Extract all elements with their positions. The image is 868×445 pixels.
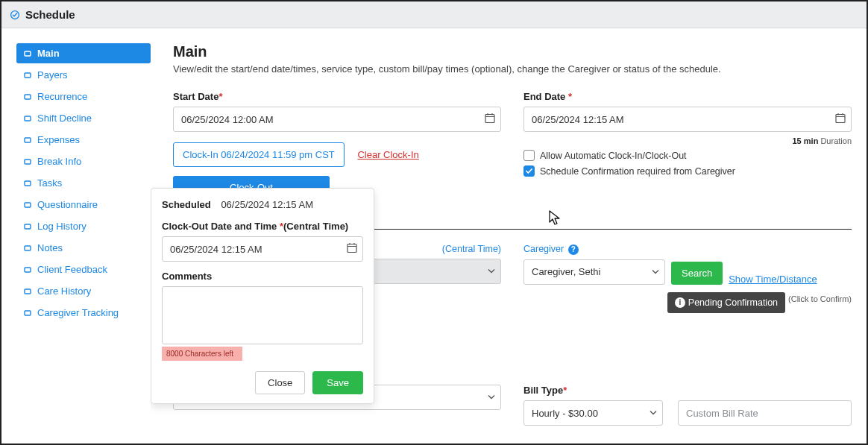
sidebar-item-label: Expenses	[37, 134, 80, 145]
page-subtitle: View/edit the start/end date/times, serv…	[173, 63, 852, 75]
caregiver-label: Caregiver	[523, 244, 564, 254]
checkbox-checked-icon[interactable]	[523, 165, 535, 177]
sidebar-item-tasks[interactable]: Tasks	[16, 173, 151, 193]
sched-confirm-checkbox-row[interactable]: Schedule Confirmation required from Care…	[523, 165, 852, 177]
schedule-header-icon	[9, 9, 21, 21]
sidebar-bullet-icon	[24, 201, 31, 209]
app-frame: Schedule Main Payers Recurrence Shift De…	[0, 0, 868, 445]
comments-textarea[interactable]	[162, 286, 363, 344]
auto-clock-label: Allow Automatic Clock-In/Clock-Out	[540, 151, 687, 161]
sidebar-item-label: Tasks	[37, 177, 62, 189]
svg-rect-12	[25, 289, 31, 294]
svg-rect-1	[25, 51, 31, 56]
popover-close-button[interactable]: Close	[255, 371, 305, 394]
svg-rect-22	[347, 244, 356, 253]
svg-rect-14	[485, 115, 494, 123]
sidebar-item-payers[interactable]: Payers	[16, 65, 151, 85]
main-panel: Main View/edit the start/end date/times,…	[151, 43, 867, 444]
clock-out-popover: Scheduled 06/25/2024 12:15 AM Clock-Out …	[151, 188, 374, 404]
sidebar-bullet-icon	[24, 223, 31, 230]
sidebar-bullet-icon	[24, 266, 31, 274]
sidebar-item-label: Caregiver Tracking	[37, 307, 119, 318]
date-row: Start Date* Clock-In 06/24/2024 11:59 pm…	[173, 91, 852, 199]
svg-rect-7	[25, 181, 31, 186]
sidebar-bullet-icon	[24, 158, 31, 165]
checkbox-unchecked-icon[interactable]	[523, 150, 535, 161]
pending-confirmation-badge[interactable]: i Pending Confirmation	[667, 292, 785, 313]
custom-bill-rate-input[interactable]	[678, 400, 852, 426]
svg-rect-18	[836, 115, 845, 123]
svg-rect-5	[25, 138, 31, 142]
sidebar-item-expenses[interactable]: Expenses	[16, 130, 151, 150]
clear-clock-in-link[interactable]: Clear Clock-In	[357, 149, 418, 160]
calendar-icon[interactable]	[835, 113, 846, 126]
sidebar-item-label: Notes	[37, 242, 63, 253]
svg-rect-6	[25, 160, 31, 164]
sidebar-bullet-icon	[24, 180, 31, 187]
sidebar-bullet-icon	[24, 309, 31, 317]
scheduled-row: Scheduled 06/25/2024 12:15 AM	[162, 199, 363, 210]
start-date-input[interactable]	[173, 107, 501, 132]
sidebar-bullet-icon	[24, 93, 31, 101]
sidebar-item-label: Payers	[37, 69, 67, 81]
popover-save-button[interactable]: Save	[312, 371, 363, 394]
sidebar-item-questionnaire[interactable]: Questionnaire	[16, 195, 151, 215]
sidebar-item-main[interactable]: Main	[16, 43, 151, 63]
svg-rect-8	[25, 203, 31, 207]
end-date-col: End Date * 15 min Duration Allow Automat…	[523, 91, 852, 199]
search-button[interactable]: Search	[671, 262, 723, 285]
bill-type-select[interactable]	[523, 400, 663, 426]
sidebar-item-recurrence[interactable]: Recurrence	[16, 86, 151, 107]
central-time-hint: (Central Time)	[442, 244, 501, 254]
auto-clock-checkbox-row[interactable]: Allow Automatic Clock-In/Clock-Out	[523, 150, 852, 161]
sidebar-item-label: Care History	[37, 285, 91, 297]
header-title: Schedule	[25, 8, 75, 21]
sidebar-bullet-icon	[24, 50, 31, 57]
calendar-icon[interactable]	[347, 243, 357, 256]
svg-rect-4	[25, 116, 31, 121]
sidebar-item-label: Log History	[37, 221, 87, 232]
sidebar-item-break-info[interactable]: Break Info	[16, 151, 151, 171]
sidebar-bullet-icon	[24, 288, 31, 295]
sidebar-item-notes[interactable]: Notes	[16, 238, 151, 258]
sidebar-item-label: Shift Decline	[37, 113, 92, 124]
sidebar-item-label: Main	[37, 48, 60, 59]
sidebar-bullet-icon	[24, 136, 31, 144]
sidebar: Main Payers Recurrence Shift Decline Exp…	[16, 43, 151, 444]
content-wrap: Main Payers Recurrence Shift Decline Exp…	[1, 28, 867, 444]
show-time-distance-link[interactable]: Show Time/Distance	[729, 274, 817, 285]
sidebar-item-label: Break Info	[37, 156, 81, 167]
clock-out-datetime-input[interactable]	[162, 236, 363, 262]
sidebar-bullet-icon	[24, 244, 31, 252]
duration-display: 15 min Duration	[523, 136, 852, 145]
end-date-input[interactable]	[523, 107, 852, 132]
svg-rect-11	[25, 268, 31, 272]
sidebar-item-label: Client Feedback	[37, 264, 107, 275]
start-date-label: Start Date*	[173, 91, 501, 102]
help-icon[interactable]: ?	[568, 244, 579, 255]
click-to-confirm-hint: (Click to Confirm)	[788, 294, 852, 303]
svg-rect-9	[25, 224, 31, 229]
sidebar-item-shift-decline[interactable]: Shift Decline	[16, 108, 151, 128]
svg-rect-2	[25, 73, 31, 78]
sidebar-item-log-history[interactable]: Log History	[16, 216, 151, 236]
sidebar-bullet-icon	[24, 115, 31, 122]
sidebar-item-client-feedback[interactable]: Client Feedback	[16, 259, 151, 280]
caregiver-select[interactable]	[523, 259, 665, 285]
start-date-col: Start Date* Clock-In 06/24/2024 11:59 pm…	[173, 91, 501, 199]
header-bar: Schedule	[1, 1, 867, 28]
sidebar-item-label: Questionnaire	[37, 199, 98, 210]
sidebar-item-care-history[interactable]: Care History	[16, 281, 151, 301]
svg-rect-13	[25, 311, 31, 315]
page-title: Main	[173, 43, 852, 60]
clock-in-button[interactable]: Clock-In 06/24/2024 11:59 pm CST	[173, 142, 345, 167]
calendar-icon[interactable]	[485, 113, 495, 126]
svg-rect-10	[25, 246, 31, 250]
sidebar-item-label: Recurrence	[37, 91, 87, 102]
sidebar-item-caregiver-tracking[interactable]: Caregiver Tracking	[16, 303, 151, 323]
svg-rect-3	[25, 95, 31, 99]
sidebar-bullet-icon	[24, 72, 31, 79]
comments-label: Comments	[162, 271, 363, 282]
clock-out-dt-label: Clock-Out Date and Time *(Central Time)	[162, 221, 363, 232]
end-date-label: End Date *	[523, 91, 852, 102]
